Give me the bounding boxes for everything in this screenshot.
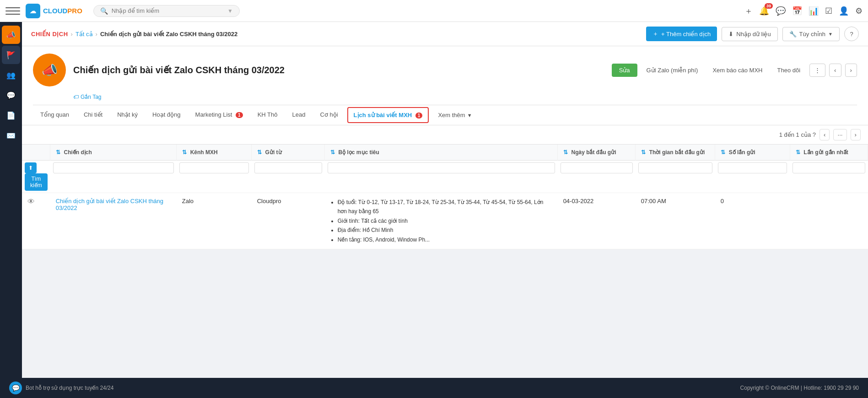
tab-hoat-dong[interactable]: Hoạt động [145, 106, 188, 125]
eye-icon[interactable]: 👁 [27, 198, 35, 205]
col-ngay-bat-dau: ⇅ Ngày bắt đầu gửi [558, 145, 636, 161]
filter-chien-dich[interactable] [53, 162, 174, 173]
tag-row: 🏷 Gắn Tag [33, 92, 857, 105]
search-button[interactable]: Tìm kiếm [25, 173, 48, 191]
filter-bo-loc[interactable] [328, 162, 555, 173]
tab-co-hoi[interactable]: Cơ hội [313, 106, 345, 125]
breadcrumb-sep1: › [71, 31, 73, 38]
filter-thoi-gian[interactable] [638, 162, 712, 173]
table-area: 1 đến 1 của ? ‹ ··· › ⇅ Chiến dịch [22, 125, 868, 249]
user-icon[interactable]: 👤 [839, 6, 849, 16]
send-zalo-button[interactable]: Gửi Zalo (miễn phí) [641, 64, 704, 77]
sidebar-item-document[interactable]: 📄 [2, 106, 20, 124]
pagination: 1 đến 1 của ? ‹ ··· › [779, 129, 861, 140]
tab-chi-tiet[interactable]: Chi tiết [76, 106, 110, 125]
nav-right-icons: ＋ 🔔 39 💬 📅 📊 ☑ 👤 ⚙ [744, 5, 863, 16]
notification-icon[interactable]: 🔔 39 [759, 6, 769, 16]
logo: ☁ CLOUDPRO [26, 4, 82, 18]
custom-button[interactable]: 🔧 Tùy chỉnh ▼ [782, 27, 840, 41]
filter-gui-tu[interactable] [254, 162, 322, 173]
col-chien-dich: ⇅ Chiến dịch [50, 145, 177, 161]
bo-loc-list: Độ tuổi: Từ 0-12, Từ 13-17, Từ 18-24, Từ… [330, 198, 552, 244]
chat-bubble[interactable]: 💬 Bot hỗ trợ sử dụng trực tuyến 24/24 [9, 382, 113, 394]
top-navigation: ☁ CLOUDPRO 🔍 ▼ ＋ 🔔 39 💬 📅 📊 ☑ 👤 ⚙ [0, 0, 868, 22]
prev-button[interactable]: ‹ [829, 64, 841, 77]
filter-lan-gui-gan-nhat[interactable] [793, 162, 865, 173]
search-input[interactable] [112, 7, 212, 14]
breadcrumb-root: CHIẾN DỊCH [31, 31, 68, 38]
tag-link[interactable]: 🏷 Gắn Tag [73, 94, 857, 100]
help-button[interactable]: ? [844, 27, 859, 41]
campaign-info: 📣 Chiến dịch gửi bài viết Zalo CSKH thán… [33, 54, 857, 92]
table-header-row: ⇅ Chiến dịch ⇅ Kênh MXH ⇅ Gửi từ [22, 145, 868, 161]
breadcrumb: CHIẾN DỊCH › Tất cả › Chiến dịch gửi bài… [31, 31, 237, 38]
svg-text:☁: ☁ [30, 7, 36, 15]
main-content: CHIẾN DỊCH › Tất cả › Chiến dịch gửi bài… [22, 22, 868, 398]
chat-bubble-icon: 💬 [9, 382, 22, 394]
tab-tong-quan[interactable]: Tổng quan [33, 106, 76, 125]
breadcrumb-level1[interactable]: Tất cả [75, 31, 93, 38]
campaign-avatar: 📣 [33, 54, 66, 86]
next-button[interactable]: › [845, 64, 857, 77]
notification-badge: 39 [765, 3, 773, 9]
tab-lead[interactable]: Lead [285, 106, 313, 125]
table-wrap: ⇅ Chiến dịch ⇅ Kênh MXH ⇅ Gửi từ [22, 145, 868, 249]
search-bar[interactable]: 🔍 ▼ [93, 5, 240, 17]
report-button[interactable]: Xem báo cáo MXH [707, 64, 768, 77]
page-prev-button[interactable]: ‹ [819, 129, 830, 140]
add-icon[interactable]: ＋ [744, 5, 753, 16]
chevron-down-icon: ▼ [467, 113, 472, 118]
sidebar-item-envelope[interactable]: ✉️ [2, 126, 20, 145]
add-campaign-button[interactable]: ＋ + Thêm chiến dịch [646, 27, 717, 41]
wrench-icon: 🔧 [789, 31, 797, 38]
edit-button[interactable]: Sửa [612, 64, 637, 77]
copyright-text: Copyright © OnlineCRM | Hotline: 1900 29… [740, 385, 859, 391]
list-item: Nền tảng: IOS, Android, Window Ph... [338, 235, 552, 244]
filter-kenh-mxh[interactable] [179, 162, 249, 173]
hamburger-menu[interactable] [5, 4, 20, 18]
campaign-title: Chiến dịch gửi bài viết Zalo CSKH tháng … [73, 65, 604, 75]
sidebar-item-chat[interactable]: 💬 [2, 86, 20, 104]
data-table: ⇅ Chiến dịch ⇅ Kênh MXH ⇅ Gửi từ [22, 145, 868, 249]
table-row: 👁 Chiến dịch gửi bài viết Zalo CSKH thán… [22, 193, 868, 249]
page-ellipsis-button[interactable]: ··· [833, 129, 846, 140]
tab-nhat-ky[interactable]: Nhật ký [110, 106, 145, 125]
sidebar-item-megaphone[interactable]: 📣 [2, 26, 20, 44]
calendar-icon[interactable]: 📅 [792, 6, 802, 16]
checkbox-icon[interactable]: ☑ [825, 6, 832, 16]
breadcrumb-actions: ＋ + Thêm chiến dịch ⬇ Nhập dữ liệu 🔧 Tùy… [646, 27, 859, 41]
follow-button[interactable]: Theo dõi [772, 64, 806, 77]
cell-kenh-mxh: Zalo [177, 193, 252, 249]
tab-kh-tho[interactable]: KH Thô [250, 106, 285, 125]
tab-lich-su[interactable]: Lịch sử bài viết MXH 1 [347, 107, 429, 123]
sidebar-item-users[interactable]: 👥 [2, 66, 20, 84]
chien-dich-link[interactable]: Chiến dịch gửi bài viết Zalo CSKH tháng … [56, 198, 163, 211]
filter-row: ⬆ Tìm kiếm [22, 161, 868, 193]
bottom-bar: 💬 Bot hỗ trợ sử dụng trực tuyến 24/24 Co… [0, 378, 868, 398]
breadcrumb-bar: CHIẾN DỊCH › Tất cả › Chiến dịch gửi bài… [22, 22, 868, 46]
col-thoi-gian: ⇅ Thời gian bắt đầu gửi [636, 145, 715, 161]
chat-text: Bot hỗ trợ sử dụng trực tuyến 24/24 [26, 385, 113, 391]
upload-icon-button[interactable]: ⬆ [25, 162, 37, 173]
filter-ngay-bat-dau[interactable] [561, 162, 633, 173]
cell-so-lan-gui: 0 [715, 193, 790, 249]
sidebar-item-flag[interactable]: 🚩 [2, 46, 20, 64]
col-action [22, 145, 50, 161]
chat-nav-icon[interactable]: 💬 [776, 6, 786, 16]
list-item: Độ tuổi: Từ 0-12, Từ 13-17, Từ 18-24, Từ… [338, 198, 552, 216]
tab-more[interactable]: Xem thêm ▼ [431, 106, 479, 124]
col-kenh-mxh: ⇅ Kênh MXH [177, 145, 252, 161]
filter-so-lan-gui[interactable] [718, 162, 787, 173]
settings-icon[interactable]: ⚙ [855, 6, 863, 16]
page-next-button[interactable]: › [851, 129, 861, 140]
breadcrumb-sep2: › [96, 31, 97, 38]
chart-icon[interactable]: 📊 [809, 6, 819, 16]
lich-su-badge: 1 [415, 113, 423, 118]
campaign-header: 📣 Chiến dịch gửi bài viết Zalo CSKH thán… [22, 46, 868, 125]
breadcrumb-current: Chiến dịch gửi bài viết Zalo CSKH tháng … [100, 31, 237, 38]
import-button[interactable]: ⬇ Nhập dữ liệu [722, 27, 777, 41]
list-item: Địa điểm: Hồ Chí Minh [338, 226, 552, 235]
tag-icon: 🏷 [73, 94, 79, 100]
tab-marketing-list[interactable]: Marketing List 1 [188, 106, 250, 125]
more-button[interactable]: ⋮ [809, 64, 825, 77]
